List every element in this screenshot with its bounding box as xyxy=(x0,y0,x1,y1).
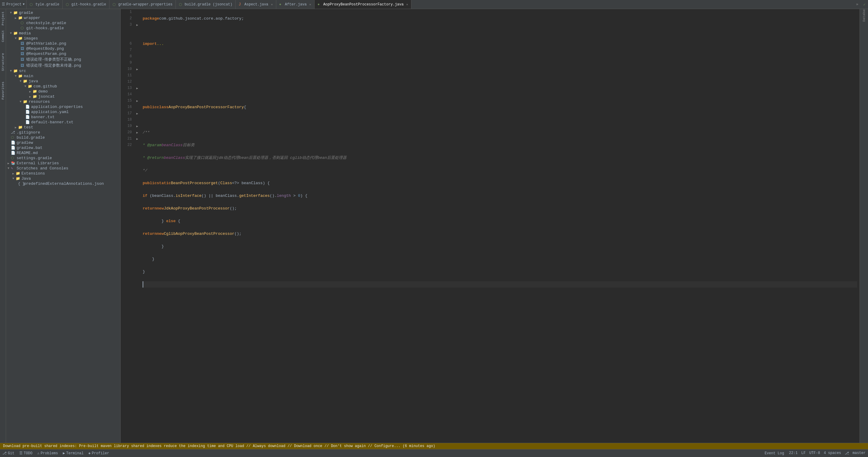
tree-item-ext-libs[interactable]: ▶ 📚 External Libraries xyxy=(6,161,120,166)
tree-item-extensions[interactable]: ▶ 📁 Extensions xyxy=(6,171,120,176)
code-editor[interactable]: 1 2 3 6 7 8 9 10 11 12 13 14 15 16 17 xyxy=(121,9,860,443)
libs-icon: 📚 xyxy=(11,161,16,165)
code-line-15: if (beanClass.isInterface() || beanClass… xyxy=(143,193,857,199)
project-icon[interactable]: ☰ xyxy=(2,2,5,7)
tree-item-java-folder[interactable]: ▼ 📁 java xyxy=(6,79,120,84)
todo-button[interactable]: ☰ TODO xyxy=(19,451,33,456)
tree-label-settings-gradle: settings.gradle xyxy=(17,156,52,160)
tree-item-settings-gradle[interactable]: ⬡ settings.gradle xyxy=(6,156,120,161)
tree-item-banner[interactable]: 📄 banner.txt xyxy=(6,115,120,120)
tree-item-app-yaml[interactable]: 📄 application.yaml xyxy=(6,109,120,115)
cursor-info: 22:1 LF UTF-8 4 spaces ⎇ master xyxy=(789,451,866,456)
tab-overflow-btn[interactable]: » xyxy=(854,2,861,7)
tree-item-resources[interactable]: ▼ 📁 resources xyxy=(6,99,120,104)
event-log-button[interactable]: Event Log xyxy=(765,451,784,456)
gradle-icon-git-hooks: ⬡ xyxy=(21,26,25,30)
code-line-2 xyxy=(143,28,857,34)
tab-close-after[interactable]: ✕ xyxy=(309,3,311,6)
event-log-label: Event Log xyxy=(765,451,784,456)
img-icon-error-param: 🖼 xyxy=(21,63,25,68)
code-line-20: } xyxy=(143,256,857,262)
tree-item-error-param[interactable]: 🖼 错误处理-指定参数未传递.png xyxy=(6,62,120,68)
tree-item-scratches[interactable]: ▼ ✎ Scratches and Consoles xyxy=(6,166,120,171)
project-dropdown-icon[interactable]: ▼ xyxy=(23,3,25,6)
tree-item-predefined-json[interactable]: { } predefinedExternalAnnotations.json xyxy=(6,181,120,186)
sidebar-label-structure[interactable]: Structure xyxy=(1,51,5,73)
tree-label-gradle: gradle xyxy=(19,10,33,15)
tree-item-gradlew-bat[interactable]: 📄 gradlew.bat xyxy=(6,145,120,151)
tree-item-app-props[interactable]: 📄 application.properties xyxy=(6,104,120,109)
tree-label-extensions: Extensions xyxy=(22,171,45,176)
todo-icon: ☰ xyxy=(19,451,23,456)
editor-area: 1 2 3 6 7 8 9 10 11 12 13 14 15 16 17 xyxy=(121,9,860,443)
tree-item-checkstyle[interactable]: ⬡ checkstyle.gradle xyxy=(6,21,120,26)
tree-label-wrapper: wrapper xyxy=(24,16,40,20)
file-icon-gradlew: 📄 xyxy=(11,140,16,145)
tree-item-requestparam[interactable]: 🖼 @RequestParam.png xyxy=(6,51,120,56)
tab-aop-factory-java[interactable]: ● AopProxyBeanPostProcessorFactory.java … xyxy=(315,0,411,9)
code-line-16: return new JdkAopProxyBeanPostProcessor(… xyxy=(143,205,857,211)
tree-label-banner: banner.txt xyxy=(31,115,55,119)
tree-label-java-folder: java xyxy=(29,79,38,84)
tree-item-test[interactable]: ▶ 📁 test xyxy=(6,125,120,130)
tree-item-main[interactable]: ▼ 📁 main xyxy=(6,73,120,79)
tab-label: After.java xyxy=(285,2,307,7)
tree-label-build-gradle: build.gradle xyxy=(17,135,45,140)
tree-item-default-banner[interactable]: 📄 default-banner.txt xyxy=(6,120,120,125)
tab-gradle-wrapper[interactable]: ⬡ gradle-wrapper.properties xyxy=(110,0,176,9)
todo-label: TODO xyxy=(24,451,33,456)
tree-item-jsoncat[interactable]: ▶ 📁 jsoncat xyxy=(6,94,120,99)
tree-item-gradlew[interactable]: 📄 gradlew xyxy=(6,140,120,145)
folder-icon-main: 📁 xyxy=(18,74,23,78)
tab-git-hooks-gradle[interactable]: ⬡ git-hooks.gradle xyxy=(63,0,110,9)
tab-after-java[interactable]: ● After.java ✕ xyxy=(276,0,315,9)
sidebar-label-project[interactable]: Project xyxy=(1,9,5,28)
problems-button[interactable]: ⚠ Problems xyxy=(37,451,58,456)
tree-item-build-gradle[interactable]: ⬡ build.gradle xyxy=(6,135,120,140)
tree-item-demo[interactable]: ▶ 📁 demo xyxy=(6,89,120,94)
main-area: Project Commit Structure Favorites ▼ 📁 g… xyxy=(0,9,868,443)
tab-close-aop[interactable]: ✕ xyxy=(406,3,408,6)
code-content[interactable]: package com.github.jsoncat.core.aop.fact… xyxy=(140,9,860,443)
tabs-container: ⬡ tyle.gradle ⬡ git-hooks.gradle ⬡ gradl… xyxy=(27,0,854,9)
terminal-button[interactable]: ▶ Terminal xyxy=(63,451,84,456)
branch-icon: ⎇ xyxy=(845,451,849,456)
left-sidebar: Project Commit Structure Favorites xyxy=(0,9,6,443)
tree-label-error-type: 错误处理-传参类型不正确.png xyxy=(26,57,81,62)
tab-style-gradle[interactable]: ⬡ tyle.gradle xyxy=(27,0,62,9)
code-line-8: public class AopProxyBeanPostProcessorFa… xyxy=(143,104,857,110)
file-icon-readme: 📄 xyxy=(11,151,16,155)
tree-item-error-type[interactable]: 🖼 错误处理-传参类型不正确.png xyxy=(6,56,120,62)
git-icon: ⎇ xyxy=(2,451,7,456)
tree-label-jsoncat: jsoncat xyxy=(38,94,55,99)
profiler-button[interactable]: ◈ Profiler xyxy=(88,451,109,456)
tree-item-images[interactable]: ▼ 📁 images xyxy=(6,36,120,41)
code-line-7 xyxy=(143,91,857,98)
code-line-6 xyxy=(143,79,857,85)
tab-close-aspect[interactable]: ✕ xyxy=(271,3,273,6)
tree-item-gradle[interactable]: ▼ 📁 gradle xyxy=(6,10,120,15)
tree-item-media[interactable]: ▼ 📁 media xyxy=(6,31,120,36)
gradle-icon-settings: ⬡ xyxy=(11,156,16,160)
tree-item-com-github[interactable]: ▼ 📁 com.github xyxy=(6,84,120,89)
scratch-icon: ✎ xyxy=(11,166,16,171)
folder-icon-images: 📁 xyxy=(18,36,23,41)
tab-aspect-java[interactable]: J Aspect.java ✕ xyxy=(236,0,276,9)
sidebar-label-commit[interactable]: Commit xyxy=(1,28,5,44)
gradle-icon-checkstyle: ⬡ xyxy=(21,21,25,25)
tree-item-git-hooks[interactable]: ⬡ git-hooks.gradle xyxy=(6,26,120,31)
project-label[interactable]: Project xyxy=(6,2,22,7)
tree-item-java2[interactable]: ▼ 📁 Java xyxy=(6,176,120,181)
file-tree-panel: ▼ 📁 gradle ▶ 📁 wrapper ⬡ checkstyle.grad… xyxy=(6,9,121,443)
sidebar-label-favorites[interactable]: Favorites xyxy=(1,79,5,102)
tab-build-gradle[interactable]: ⬡ build.gradle (jsoncat) xyxy=(176,0,236,9)
sidebar-label-database[interactable]: Database xyxy=(861,10,868,18)
tree-item-pathvariable[interactable]: 🖼 @PathVariable.png xyxy=(6,41,120,46)
tree-item-requestbody[interactable]: 🖼 @RequestBody.png xyxy=(6,46,120,51)
tree-item-wrapper[interactable]: ▶ 📁 wrapper xyxy=(6,15,120,21)
tree-arrow-wrapper: ▶ xyxy=(13,16,18,20)
tree-item-gitignore[interactable]: ⎇ .gitignore xyxy=(6,130,120,135)
tree-item-readme[interactable]: 📄 README.md xyxy=(6,151,120,156)
git-button[interactable]: ⎇ Git xyxy=(2,451,14,456)
tree-item-src[interactable]: ▼ 📁 src xyxy=(6,68,120,73)
